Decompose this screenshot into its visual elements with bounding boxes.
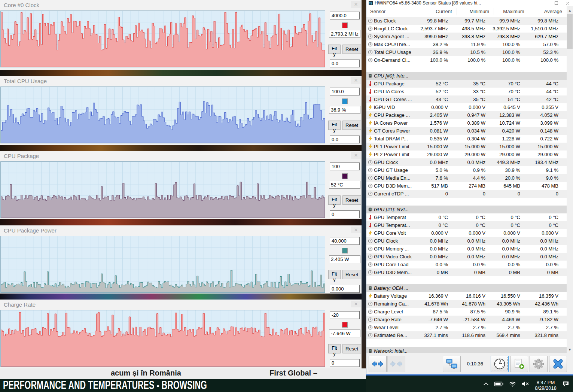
notification-center-icon[interactable] [562,381,569,387]
scrollbar[interactable]: ▲ ▼ [567,7,573,353]
sensor-row[interactable]: GPU Media En...7.6 %4.4 %20.0 %9.0 % [366,174,567,182]
sensor-row[interactable]: Total CPU Usage36.9 %10.5 %100.0 %52.3 % [366,48,567,56]
sensor-row[interactable]: Charge Level87.5 %87.5 %90.9 %89.1 % [366,308,567,316]
sensor-row[interactable]: GPU Memory ...0.0 MHz0.0 MHz0.0 MHz0.0 M… [366,245,567,253]
sensor-row[interactable]: Remaining Ca...41.678 Wh41.678 Wh43.305 … [366,300,567,308]
column-header-current[interactable]: Current [422,8,457,15]
report-button[interactable] [510,356,528,372]
sensor-row[interactable]: PL1 Power Limit15.000 W15.000 W15.000 W1… [366,143,567,151]
sensor-row[interactable]: Estimated Re...327.1 mins118.6 mins569.4… [366,331,567,339]
expand-columns-button[interactable] [369,356,387,372]
sensor-row[interactable]: Current cTDP ...0000 [366,190,567,198]
remote-monitoring-button[interactable] [443,356,461,372]
exit-button[interactable] [549,356,567,372]
tray-chevron-up-icon[interactable] [483,382,489,386]
panel-close-button[interactable] [351,1,361,8]
panel-close-button[interactable] [351,152,361,159]
sensor-row[interactable]: GPU Core Volt0.000 V0.000 V0.000 V0.000 … [366,229,567,237]
speaker-muted-icon[interactable] [522,381,529,386]
panel-close-button[interactable] [351,77,361,84]
fit-y-button[interactable]: Fit y [328,121,341,130]
panel-close-button[interactable] [351,227,361,233]
graph-plot-area[interactable] [0,161,325,218]
series-color-swatch[interactable] [342,22,348,28]
sensor-row[interactable]: Bus Clock99.8 MHz99.7 MHz99.9 MHz99.8 MH… [366,17,567,25]
sensor-row[interactable]: System Agent ...399.0 MHz398.8 MHz798.8 … [366,33,567,40]
reset-button[interactable]: Reset [342,344,361,353]
fit-y-button[interactable]: Fit y [328,344,341,353]
sensor-table-header[interactable]: Sensor Current Minimum Maximum Average [366,6,567,17]
sensor-section-row[interactable]: GPU [#1]: NVI... [366,206,567,213]
sensor-row[interactable]: On-Demand Cl...100.0 %100.0 %100.0 %100.… [366,56,567,64]
series-color-swatch[interactable] [342,173,348,179]
sensor-row[interactable]: Max CPU/Thre...38.2 %11.9 %100.0 %57.0 % [366,40,567,48]
reset-button[interactable]: Reset [342,121,361,130]
sensor-section-row[interactable]: CPU [#0]: Inte... [366,72,567,80]
fit-y-button[interactable]: Fit y [328,270,341,279]
series-color-swatch[interactable] [342,322,348,328]
sensor-row[interactable]: IA Cores Power1.576 W0.389 W10.724 W3.09… [366,119,567,127]
panel-close-button[interactable] [351,301,361,307]
reset-clock-button[interactable] [491,356,509,372]
sensor-section-row[interactable]: Battery: OEM ... [366,284,567,292]
sensor-section-row[interactable]: Network: Intel... [366,347,567,353]
sensor-row[interactable]: CPU IA Cores52 °C33 °C70 °C44 °C [366,88,567,95]
sensor-row[interactable]: GT Cores Power0.081 W0.034 W0.420 W0.148… [366,127,567,135]
axis-max-input[interactable]: 40.000 [330,237,360,245]
sensor-row[interactable]: GPU Clock0.0 MHz0.0 MHz449.3 MHz183.4 MH… [366,158,567,166]
axis-min-input[interactable]: 0 [330,210,360,218]
maximize-button[interactable] [551,0,562,6]
sensor-row[interactable]: GPU D3D Mem...0 MB0 MB0 MB0 MB [366,268,567,276]
scroll-up-icon[interactable]: ▲ [567,7,573,13]
column-header-maximum[interactable]: Maximum [494,8,529,15]
sensor-row[interactable]: GPU GT Usage5.0 %0.9 %30.9 %9.1 % [366,166,567,174]
column-header-average[interactable]: Average [529,8,567,15]
close-button[interactable] [562,0,573,6]
sensor-row[interactable]: GPU D3D Mem...517 MB274 MB645 MB478 MB [366,182,567,190]
sensor-row[interactable]: GPU Clock0.0 MHz0.0 MHz0.0 MHz0.0 MHz [366,237,567,245]
axis-min-input[interactable]: 0.0 [330,136,360,143]
axis-min-input[interactable]: 0 [330,359,360,367]
collapse-columns-button[interactable] [387,356,405,372]
sensor-row[interactable]: GPU Core Load0.0 %0.0 %0.0 %0.0 % [366,261,567,268]
sensor-row[interactable]: GPU Temperat...0 °C0 °C0 °C0 °C [366,221,567,229]
tray-clock[interactable]: 8:47 PM 8/29/2018 [535,380,557,391]
graph-plot-area[interactable] [0,310,325,367]
sensor-row[interactable]: Total DRAM P...0.535 W0.304 W1.228 W0.72… [366,135,567,143]
sensor-row[interactable]: iGPU VID0.000 V0.000 V0.645 V0.255 V [366,103,567,111]
wifi-icon[interactable] [509,381,516,387]
column-header-sensor[interactable]: Sensor [366,9,422,14]
scroll-down-icon[interactable]: ▼ [567,347,573,353]
battery-icon[interactable] [494,382,503,386]
sensor-row[interactable]: CPU Package ...2.405 W0.947 W12.383 W4.0… [366,111,567,119]
axis-min-input[interactable]: 0.000 [330,285,360,293]
reset-button[interactable]: Reset [342,45,361,54]
fit-y-button[interactable]: Fit y [328,195,341,205]
sensor-row[interactable]: Wear Level2.7 %2.7 %2.7 %2.7 % [366,323,567,331]
axis-max-input[interactable]: 100 [330,162,360,170]
sensor-row[interactable]: CPU GT Cores ...43 °C35 °C51 °C42 °C [366,95,567,103]
column-header-minimum[interactable]: Minimum [457,8,494,15]
series-color-swatch[interactable] [342,98,348,104]
sensor-row[interactable]: CPU Package52 °C35 °C70 °C44 °C [366,80,567,88]
sensor-row[interactable]: GPU Video Clock0.0 MHz0.0 MHz0.0 MHz0.0 … [366,253,567,261]
reset-button[interactable]: Reset [342,195,361,205]
axis-max-input[interactable]: -20 [330,311,360,319]
sensor-row[interactable]: GPU Temperat0 °C0 °C0 °C0 °C [366,213,567,221]
scrollbar-thumb[interactable] [567,14,573,49]
sensor-row[interactable]: Charge Rate-7.646 W-21.584 W-4.469 W-9.1… [366,316,567,323]
settings-button[interactable] [530,356,548,372]
axis-max-input[interactable]: 4000.0 [330,12,360,19]
sensor-row[interactable]: PL2 Power Limit29.000 W29.000 W29.000 W2… [366,151,567,158]
sensor-row[interactable]: Battery Voltage16.369 V16.016 V16.550 V1… [366,292,567,300]
graph-plot-area[interactable] [0,236,325,293]
hwinfo-titlebar[interactable]: HWiNFO64 v5.86-3480 Sensor Status [89 va… [366,0,573,6]
graph-plot-area[interactable] [0,10,325,67]
series-color-swatch[interactable] [342,248,348,253]
reset-button[interactable]: Reset [342,270,361,279]
axis-min-input[interactable]: 0.0 [330,60,360,67]
graph-plot-area[interactable] [0,86,325,143]
axis-max-input[interactable]: 100.0 [330,88,360,95]
fit-y-button[interactable]: Fit y [328,45,341,54]
sensor-row[interactable]: Ring/LLC Clock2,593.7 MHz498.5 MHz3,392.… [366,25,567,33]
